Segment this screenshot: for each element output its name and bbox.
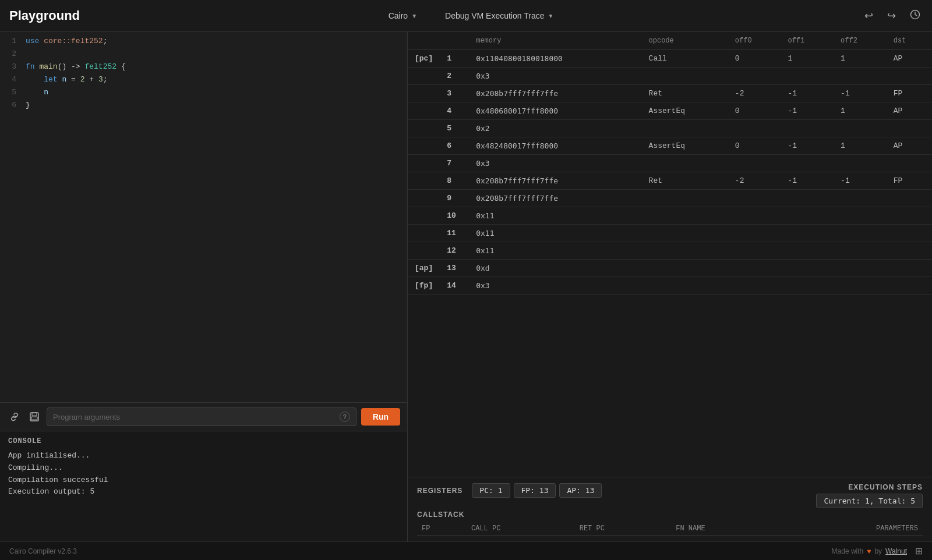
row-label <box>408 102 440 120</box>
row-opcode: AssertEq <box>642 102 728 120</box>
row-label <box>408 172 440 190</box>
row-dst: FP <box>887 85 932 102</box>
fp-register: FP: 13 <box>514 483 556 498</box>
exec-steps-value: Current: 1, Total: 5 <box>816 494 923 508</box>
row-memory: 0x2 <box>469 120 641 137</box>
row-opcode <box>642 242 728 260</box>
row-memory: 0x208b7fff7fff7ffe <box>469 172 641 190</box>
row-off1: -1 <box>781 85 834 102</box>
top-bar-actions: ↩ ↪ <box>862 7 923 25</box>
row-off0 <box>728 190 781 207</box>
row-opcode <box>642 190 728 207</box>
row-num: 2 <box>440 68 469 85</box>
row-dst <box>887 225 932 242</box>
compiler-version: Cairo Compiler v2.6.3 <box>9 547 77 555</box>
table-row: 11 0x11 <box>408 225 932 242</box>
row-label <box>408 68 440 85</box>
console-title: CONSOLE <box>8 437 399 445</box>
row-num: 10 <box>440 207 469 225</box>
row-num: 6 <box>440 137 469 155</box>
row-opcode <box>642 277 728 295</box>
row-dst <box>887 277 932 295</box>
row-off1: -1 <box>781 172 834 190</box>
execution-steps-section: EXECUTION STEPS Current: 1, Total: 5 <box>816 483 923 508</box>
row-opcode <box>642 120 728 137</box>
table-row: 9 0x208b7fff7fff7ffe <box>408 190 932 207</box>
row-off2 <box>834 225 887 242</box>
row-off0 <box>728 225 781 242</box>
row-off0: 0 <box>728 50 781 68</box>
row-off2 <box>834 207 887 225</box>
row-dst <box>887 242 932 260</box>
row-label: [fp] <box>408 277 440 295</box>
row-label <box>408 120 440 137</box>
row-num: 5 <box>440 120 469 137</box>
col-off1: off1 <box>781 32 834 50</box>
svg-rect-3 <box>31 417 37 420</box>
table-row: 7 0x3 <box>408 155 932 172</box>
col-label <box>408 32 440 50</box>
row-opcode: Ret <box>642 172 728 190</box>
row-memory: 0x3 <box>469 277 641 295</box>
row-num: 9 <box>440 190 469 207</box>
table-row: 2 0x3 <box>408 68 932 85</box>
callstack-col-fnname: FN NAME <box>671 522 779 536</box>
col-off0: off0 <box>728 32 781 50</box>
col-off2: off2 <box>834 32 887 50</box>
language-selector[interactable]: Cairo ▼ <box>384 9 422 23</box>
row-num: 3 <box>440 85 469 102</box>
row-off1 <box>781 190 834 207</box>
console-line-1: App initialised... <box>8 450 399 462</box>
row-off1 <box>781 225 834 242</box>
row-off0 <box>728 207 781 225</box>
row-memory: 0x482480017fff8000 <box>469 137 641 155</box>
status-bar: Cairo Compiler v2.6.3 Made with ♥ by Wal… <box>0 541 932 560</box>
history-button[interactable] <box>908 7 923 25</box>
vm-trace-table: memory opcode off0 off1 off2 dst [pc] 1 … <box>408 32 932 295</box>
row-dst: AP <box>887 137 932 155</box>
row-off2 <box>834 190 887 207</box>
vm-trace-table-wrapper[interactable]: memory opcode off0 off1 off2 dst [pc] 1 … <box>408 32 932 477</box>
row-off1 <box>781 120 834 137</box>
row-off0: -2 <box>728 85 781 102</box>
pc-register: PC: 1 <box>472 483 510 498</box>
grid-icon[interactable]: ⊞ <box>915 545 923 557</box>
code-editor[interactable]: 1 use core::felt252; 2 3 fn main() -> fe… <box>0 32 407 402</box>
row-label <box>408 155 440 172</box>
heart-icon: ♥ <box>867 547 871 555</box>
chevron-down-icon: ▼ <box>548 13 553 19</box>
link-button[interactable] <box>7 409 22 424</box>
row-off0: -2 <box>728 172 781 190</box>
row-label <box>408 207 440 225</box>
run-button[interactable]: Run <box>361 408 400 426</box>
row-memory: 0x11040800180018000 <box>469 50 641 68</box>
row-dst <box>887 260 932 277</box>
row-off1 <box>781 277 834 295</box>
callstack-col-callpc: CALL PC <box>467 522 575 536</box>
row-label <box>408 190 440 207</box>
undo-button[interactable]: ↩ <box>862 7 875 24</box>
row-opcode: Call <box>642 50 728 68</box>
row-off2 <box>834 120 887 137</box>
callstack-table: FP CALL PC RET PC FN NAME PARAMETERS <box>417 522 923 536</box>
row-dst <box>887 190 932 207</box>
row-memory: 0x11 <box>469 207 641 225</box>
callstack-col-fp: FP <box>417 522 467 536</box>
mode-selector[interactable]: Debug VM Execution Trace ▼ <box>440 9 558 23</box>
row-dst <box>887 120 932 137</box>
registers-title: REGISTERS <box>417 487 463 495</box>
row-memory: 0x3 <box>469 68 641 85</box>
row-opcode <box>642 68 728 85</box>
row-label <box>408 137 440 155</box>
program-args-placeholder: Program arguments <box>53 413 335 421</box>
row-off2: 1 <box>834 102 887 120</box>
walnut-link[interactable]: Walnut <box>885 547 907 555</box>
callstack-section: CALLSTACK FP CALL PC RET PC FN NAME PARA… <box>417 511 923 536</box>
table-row: 8 0x208b7fff7fff7ffe Ret -2 -1 -1 FP <box>408 172 932 190</box>
help-icon[interactable]: ? <box>340 412 350 422</box>
row-num: 13 <box>440 260 469 277</box>
col-memory: memory <box>469 32 641 50</box>
redo-button[interactable]: ↪ <box>885 7 898 24</box>
row-num: 7 <box>440 155 469 172</box>
save-file-button[interactable] <box>27 409 42 424</box>
